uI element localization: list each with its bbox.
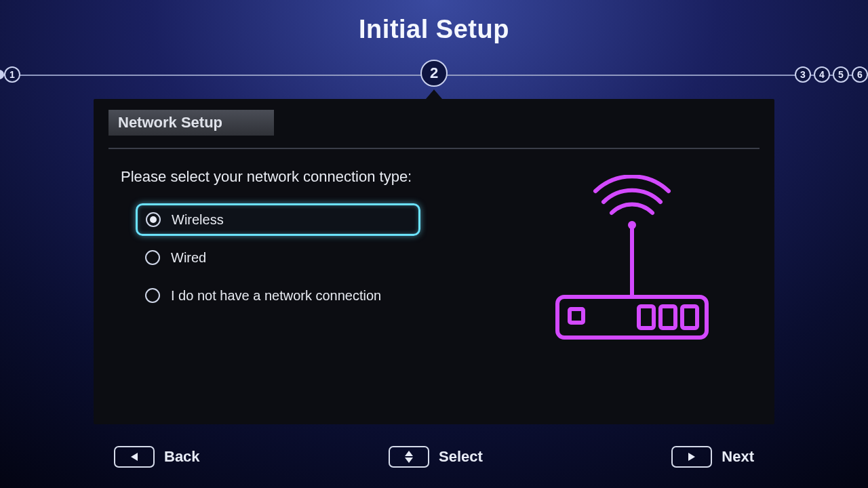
select-label: Select <box>439 448 483 466</box>
step-marker-4: 4 <box>814 66 830 83</box>
radio-icon <box>146 212 161 227</box>
radio-icon <box>145 250 160 265</box>
svg-rect-3 <box>660 306 675 328</box>
panel-heading: Network Setup <box>108 110 274 136</box>
option-no-network[interactable]: I do not have a network connection <box>136 279 420 312</box>
svg-rect-2 <box>639 306 654 328</box>
svg-point-6 <box>628 221 636 229</box>
option-wireless[interactable]: Wireless <box>136 203 420 236</box>
prompt-text: Please select your network connection ty… <box>121 168 483 186</box>
wireless-router-icon <box>537 175 727 351</box>
up-down-arrow-icon <box>389 446 429 468</box>
back-button[interactable]: Back <box>114 446 200 468</box>
next-label: Next <box>722 448 754 466</box>
setup-panel: Network Setup Please select your network… <box>94 99 774 424</box>
back-label: Back <box>164 448 200 466</box>
panel-pointer <box>426 89 442 99</box>
step-marker-1: 1 <box>4 66 20 83</box>
next-button[interactable]: Next <box>671 446 754 468</box>
svg-rect-4 <box>682 306 697 328</box>
radio-icon <box>145 288 160 303</box>
option-list: Wireless Wired I do not have a network c… <box>136 203 483 312</box>
step-progress: 1 2 3 4 5 6 <box>0 60 868 89</box>
select-button[interactable]: Select <box>389 446 483 468</box>
step-marker-5: 5 <box>833 66 849 83</box>
option-label: Wireless <box>172 212 224 228</box>
step-marker-6: 6 <box>852 66 868 83</box>
option-wired[interactable]: Wired <box>136 241 420 274</box>
page-title: Initial Setup <box>0 15 868 44</box>
right-arrow-icon <box>671 446 712 468</box>
footer-hints: Back Select Next <box>94 446 774 468</box>
option-label: I do not have a network connection <box>171 288 381 304</box>
svg-rect-1 <box>570 309 583 323</box>
step-marker-3: 3 <box>795 66 811 83</box>
step-marker-2-current: 2 <box>420 60 448 87</box>
left-arrow-icon <box>114 446 155 468</box>
option-label: Wired <box>171 250 206 266</box>
